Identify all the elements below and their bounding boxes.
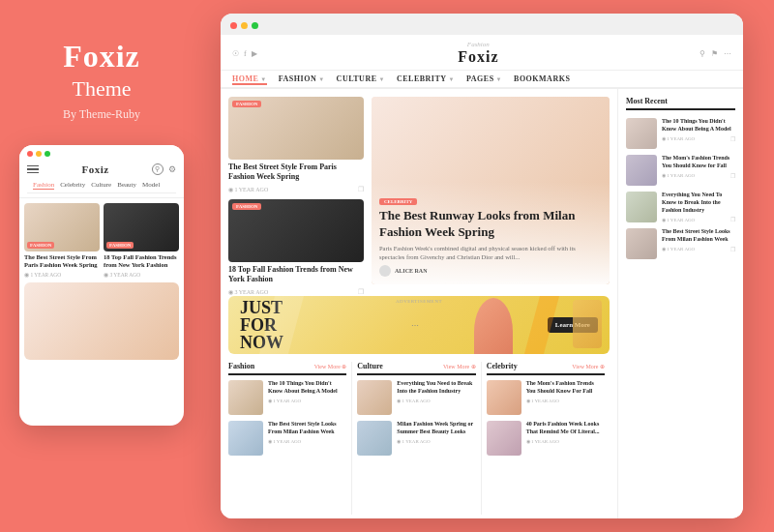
bookmark-icon-1[interactable]: ❐ — [358, 186, 364, 193]
recent-bookmark-1[interactable]: ❐ — [730, 135, 735, 142]
center-col: FASHION The Best Street Style From Paris… — [221, 89, 617, 518]
left-panel: Foxiz Theme By Theme-Ruby Foxiz ⚲ ⚙ — [0, 0, 203, 532]
cat-section-fashion: Fashion View More ⊕ The 10 Things You Di… — [228, 362, 352, 515]
article-title-1: The Best Street Style From Paris Fashion… — [228, 163, 364, 183]
hero-author-row: ALICE RAN — [379, 265, 602, 277]
cat-item-title-fashion-1: The 10 Things You Didn't Know About Bein… — [268, 380, 346, 396]
recent-content-3: Everything You Need To Know to Break Int… — [662, 192, 735, 222]
recent-meta-1: ◉ 1 YEAR AGO — [662, 135, 695, 141]
article-meta-1: ◉ 1 YEAR AGO — [228, 186, 268, 192]
nav-pages[interactable]: PAGES ▼ — [466, 74, 502, 83]
cat-item-celeb-1: The Mom's Fashion Trends You Should Know… — [487, 380, 605, 415]
recent-bookmark-4[interactable]: ❐ — [730, 246, 735, 252]
site-logo-main: Foxiz — [458, 48, 498, 66]
nav-celebrity[interactable]: CELEBRITY ▼ — [397, 74, 455, 83]
cat-img-celeb-2 — [487, 421, 521, 456]
recent-meta-4: ◉ 1 YEAR AGO — [662, 246, 695, 251]
search-icon[interactable]: ⚲ — [152, 163, 164, 175]
mobile-lady-image — [24, 282, 179, 360]
recent-img-3 — [626, 192, 657, 222]
cat-title-celebrity: Celebrity — [487, 362, 518, 370]
mobile-tab-fashion[interactable]: Fashion — [33, 181, 54, 190]
nav-culture[interactable]: CULTURE ▼ — [337, 74, 385, 83]
cat-item-celeb-2: 40 Paris Fashion Week Looks That Remind … — [487, 421, 605, 456]
nav-home[interactable]: HOME ▼ — [232, 74, 267, 85]
user-icon[interactable]: ⚑ — [711, 49, 718, 58]
site-header-right: ⚲ ⚑ ⋯ — [700, 49, 731, 58]
recent-title-4: The Best Street Style Looks From Milan F… — [662, 228, 735, 244]
ad-banner: ADVERTISEMENT JUST FOR NOW ⋯ Learn More — [228, 296, 610, 354]
site-logo-small: Fashion — [458, 41, 498, 48]
recent-footer-2: ◉ 1 YEAR AGO ❐ — [662, 172, 735, 179]
recent-item-1: The 10 Things You Didn't Know About Bein… — [626, 118, 735, 149]
hero-desc: Paris Fashion Week's combined digital an… — [379, 244, 602, 261]
recent-bookmark-2[interactable]: ❐ — [730, 172, 735, 179]
cat-item-fashion-2: The Best Street Style Looks From Milan F… — [228, 421, 346, 456]
recent-bookmark-3[interactable]: ❐ — [730, 216, 735, 222]
hero-author-name: ALICE RAN — [395, 268, 428, 274]
recent-item-2: The Mom's Fashion Trends You Should Know… — [626, 155, 735, 186]
bookmark-icon-2[interactable]: ❐ — [358, 288, 364, 296]
hero-row: FASHION The Best Street Style From Paris… — [221, 89, 617, 292]
recent-footer-3: ◉ 1 YEAR AGO ❐ — [662, 216, 735, 222]
cat-item-meta-fashion-2: ◉ 1 YEAR AGO — [268, 438, 346, 444]
mobile-card-meta-1: ◉ 1 YEAR AGO — [24, 272, 100, 278]
dot-green — [45, 151, 50, 157]
mobile-mockup: Foxiz ⚲ ⚙ Fashion Celebrity Culture Beau… — [19, 145, 184, 426]
ad-figure — [474, 298, 513, 354]
cat-item-title-celeb-1: The Mom's Fashion Trends You Should Know… — [526, 380, 605, 396]
desktop-content: ☉ f ▶ Fashion Foxiz ⚲ ⚑ ⋯ HOME ▼ FASHION… — [221, 35, 743, 518]
cat-more-culture[interactable]: View More ⊕ — [443, 363, 476, 369]
cat-more-celebrity[interactable]: View More ⊕ — [572, 363, 605, 369]
cat-header-culture: Culture View More ⊕ — [357, 362, 475, 375]
article-footer-2: ◉ 3 YEAR AGO ❐ — [228, 288, 364, 296]
mobile-card-1: FASHION The Best Street Style From Paris… — [24, 203, 100, 278]
cat-more-fashion[interactable]: View More ⊕ — [314, 363, 347, 369]
hero-avatar — [379, 265, 391, 277]
nav-bookmarks[interactable]: BOOKMARKS — [514, 74, 570, 83]
category-sections: Fashion View More ⊕ The 10 Things You Di… — [221, 358, 617, 518]
nav-fashion[interactable]: FASHION ▼ — [279, 74, 325, 83]
recent-img-2 — [626, 155, 657, 186]
cat-content-culture-1: Everything You Need to Break Into the Fa… — [397, 380, 475, 415]
mobile-card-title-1: The Best Street Style From Paris Fashion… — [24, 253, 100, 270]
recent-title-3: Everything You Need To Know to Break Int… — [662, 192, 735, 214]
cat-title-fashion: Fashion — [228, 362, 254, 370]
cat-item-culture-1: Everything You Need to Break Into the Fa… — [357, 380, 475, 415]
site-logo-center: Fashion Foxiz — [458, 41, 498, 66]
search-icon[interactable]: ⚲ — [700, 49, 705, 58]
desktop-mockup: ☉ f ▶ Fashion Foxiz ⚲ ⚑ ⋯ HOME ▼ FASHION… — [221, 14, 743, 518]
hamburger-icon[interactable] — [27, 165, 39, 174]
cat-item-meta-celeb-2: ◉ 1 YEAR AGO — [526, 438, 605, 444]
recent-meta-3: ◉ 1 YEAR AGO — [662, 217, 695, 222]
settings-icon[interactable]: ⚙ — [168, 164, 176, 174]
social-icon-f: f — [244, 49, 247, 58]
cat-img-fashion-1 — [228, 380, 263, 415]
cat-content-celeb-1: The Mom's Fashion Trends You Should Know… — [526, 380, 605, 415]
mobile-tab-model[interactable]: Model — [142, 181, 160, 190]
ad-right-deco — [573, 300, 602, 348]
mobile-big-image — [24, 282, 179, 360]
recent-title-2: The Mom's Fashion Trends You Should Know… — [662, 155, 735, 170]
mobile-window-dots — [27, 151, 176, 157]
sidebar-title: Most Recent — [626, 97, 735, 110]
dt-dot-yellow — [241, 22, 248, 29]
brand-author: By Theme-Ruby — [63, 107, 140, 122]
site-nav: HOME ▼ FASHION ▼ CULTURE ▼ CELEBRITY ▼ P… — [221, 71, 743, 89]
stacked-articles: FASHION The Best Street Style From Paris… — [228, 97, 364, 284]
desktop-title-bar — [221, 14, 743, 35]
recent-img-1 — [626, 118, 657, 149]
cat-item-meta-culture-2: ◉ 1 YEAR AGO — [397, 438, 475, 444]
mobile-tab-celebrity[interactable]: Celebrity — [60, 181, 85, 190]
cat-img-fashion-2 — [228, 421, 263, 456]
more-icon[interactable]: ⋯ — [724, 49, 731, 58]
mobile-tab-beauty[interactable]: Beauty — [117, 181, 136, 190]
dt-dot-green — [252, 22, 258, 29]
recent-meta-2: ◉ 1 YEAR AGO — [662, 172, 695, 178]
article-badge-1: FASHION — [232, 101, 261, 107]
cat-header-fashion: Fashion View More ⊕ — [228, 362, 346, 375]
recent-content-1: The 10 Things You Didn't Know About Bein… — [662, 118, 735, 142]
mobile-tab-culture[interactable]: Culture — [91, 181, 111, 190]
article-footer-1: ◉ 1 YEAR AGO ❐ — [228, 186, 364, 193]
cat-content-celeb-2: 40 Paris Fashion Week Looks That Remind … — [526, 421, 605, 456]
